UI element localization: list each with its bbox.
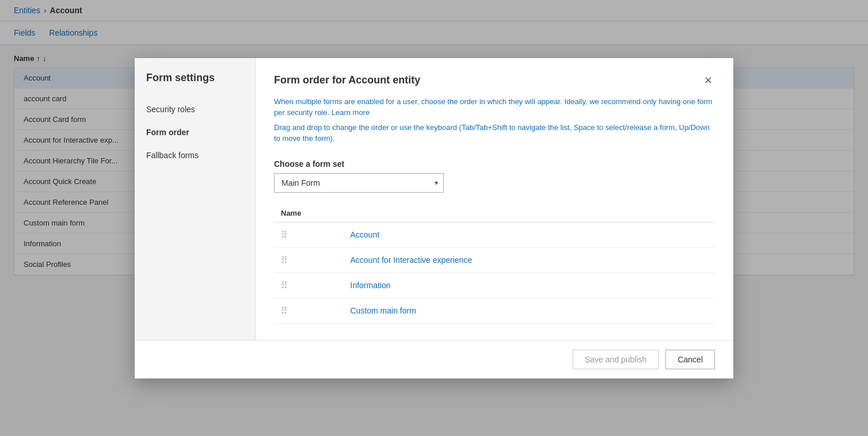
modal-description: When multiple forms are enabled for a us…: [274, 96, 715, 118]
table-header-name: Name: [274, 204, 715, 223]
drag-handle-icon[interactable]: ⠿: [281, 230, 292, 240]
modal-body: Form settings Security roles Form order …: [135, 58, 733, 340]
learn-more-link[interactable]: Learn more: [332, 108, 370, 117]
table-row: ⠿ Custom main form: [274, 298, 715, 323]
form-settings-modal: Form settings Security roles Form order …: [135, 58, 733, 378]
modal-sidebar: Form settings Security roles Form order …: [135, 58, 256, 340]
form-name-cell: Custom main form: [344, 298, 715, 323]
modal-title: Form order for Account entity: [274, 74, 420, 86]
drag-handle-icon[interactable]: ⠿: [281, 255, 292, 265]
sidebar-item-fallback-forms[interactable]: Fallback forms: [135, 144, 255, 167]
modal-header-row: Form order for Account entity ✕: [274, 74, 715, 87]
sidebar-item-security-roles[interactable]: Security roles: [135, 98, 255, 121]
form-name-cell: Account: [344, 222, 715, 247]
drag-handle-icon[interactable]: ⠿: [281, 281, 292, 290]
form-order-table: Name ⠿ Account ⠿ Account for Interactive…: [274, 204, 715, 324]
form-name-cell: Information: [344, 273, 715, 298]
modal-description-2: Drag and drop to change the order or use…: [274, 122, 715, 144]
form-name-cell: Account for Interactive experience: [344, 247, 715, 273]
drag-handle-icon[interactable]: ⠿: [281, 306, 292, 316]
table-row: ⠿ Account: [274, 222, 715, 247]
form-set-dropdown-wrapper: Main Form Quick Create Card ▾: [274, 173, 444, 193]
modal-sidebar-title: Form settings: [135, 72, 255, 98]
desc-text-2: Drag and drop to change the order or use…: [274, 123, 710, 143]
close-button[interactable]: ✕: [702, 74, 715, 87]
modal-main-content: Form order for Account entity ✕ When mul…: [256, 58, 733, 340]
modal-footer: Save and publish Cancel: [135, 340, 733, 378]
form-set-dropdown[interactable]: Main Form Quick Create Card: [274, 173, 444, 193]
table-row: ⠿ Account for Interactive experience: [274, 247, 715, 273]
cancel-button[interactable]: Cancel: [665, 350, 715, 369]
form-set-label: Choose a form set: [274, 159, 715, 169]
table-row: ⠿ Information: [274, 273, 715, 298]
sidebar-item-form-order[interactable]: Form order: [135, 121, 255, 144]
save-and-publish-button[interactable]: Save and publish: [573, 350, 658, 369]
modal-overlay: Form settings Security roles Form order …: [0, 0, 868, 436]
